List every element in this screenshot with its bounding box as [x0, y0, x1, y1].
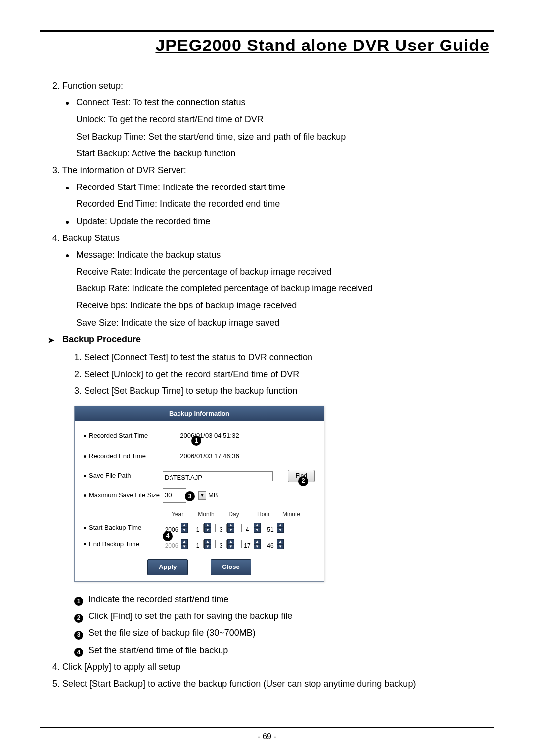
list-text: Set Backup Time: Set the start/end time,… [76, 128, 346, 145]
page-number: - 69 - [0, 732, 534, 741]
month-stepper[interactable]: 1▲▼ [192, 539, 211, 549]
bullet-icon: ● [65, 213, 76, 230]
field-recorded-end: Recorded End Time 2006/01/03 17:46:36 [84, 449, 315, 464]
bullet-icon: ● [65, 94, 76, 162]
legend-item: 4 Set the start/end time of file backup [40, 642, 494, 659]
callout-2-icon: 2 [298, 476, 308, 486]
legend-text: Indicate the recorded start/end time [89, 594, 228, 604]
list-item: 4. Backup Status [40, 230, 494, 246]
list-item: ● Update: Update the recorded time [40, 213, 494, 230]
col-head-minute: Minute [277, 509, 305, 520]
legend-item: 3 Set the file size of backup file (30~7… [40, 624, 494, 641]
page-title: JPEG2000 Stand alone DVR User Guide [40, 36, 494, 57]
field-label: Recorded End Time [89, 450, 146, 463]
col-head-month: Month [192, 509, 220, 520]
col-head-hour: Hour [250, 509, 277, 520]
footer-rule [40, 727, 494, 728]
field-label: End Backup Time [89, 538, 139, 551]
field-start-backup: Start Backup Time 2006▲▼ 1▲▼ 3▲▼ 4▲▼ 51▲… [84, 522, 315, 534]
list-item: 4. Click [Apply] to apply all setup [40, 659, 494, 675]
dialog-title: Backup Information [75, 406, 324, 422]
field-label: Maximum Save File Size [89, 489, 160, 502]
arrow-icon: ➤ [47, 331, 62, 349]
legend-text: Set the start/end time of file backup [89, 645, 228, 655]
dialog-footer: Apply Close [84, 559, 315, 575]
month-stepper[interactable]: 1▲▼ [192, 523, 211, 533]
list-text: Receive Rate: Indicate the percentage of… [76, 263, 372, 280]
field-label: Recorded Start Time [89, 430, 148, 442]
list-item: ● Recorded Start Time: Indicate the reco… [40, 179, 494, 212]
list-text: Recorded Start Time: Indicate the record… [76, 179, 285, 195]
field-save-path: Save File Path D:\TEST.AJP Find 2 [84, 470, 315, 483]
list-text: Start Backup: Active the backup function [76, 145, 346, 162]
callout-1-icon: 1 [191, 436, 201, 446]
body-content: 2. Function setup: ● Connect Test: To te… [40, 77, 494, 692]
col-head-day: Day [220, 509, 248, 520]
heading-text: Backup Procedure [62, 331, 141, 349]
legend-item: 2 Click [Find] to set the path for savin… [40, 608, 494, 624]
bullet-icon: ● [65, 179, 76, 212]
field-label: Save File Path [89, 470, 131, 482]
legend-text: Click [Find] to set the path for saving … [89, 611, 292, 621]
list-text: Unlock: To get the record start/End time… [76, 111, 346, 128]
list-text: Recorded End Time: Indicate the recorded… [76, 195, 285, 212]
chevron-down-icon[interactable]: ▼ [198, 491, 206, 500]
field-label: Start Backup Time [89, 522, 141, 534]
list-item: 2. Function setup: [40, 77, 494, 94]
list-text: Receive bps: Indicate the bps of backup … [76, 297, 372, 314]
legend-text: Set the file size of backup file (30~700… [89, 628, 256, 638]
close-button[interactable]: Close [211, 559, 251, 575]
list-item: 1. Select [Connect Test] to test the sta… [40, 349, 494, 366]
recorded-end-value: 2006/01/03 17:46:36 [163, 449, 257, 464]
hour-stepper[interactable]: 4▲▼ [241, 523, 261, 533]
document-page: JPEG2000 Stand alone DVR User Guide 2. F… [0, 0, 534, 756]
list-text: Connect Test: To test the connection sta… [76, 94, 346, 111]
minute-stepper[interactable]: 46▲▼ [265, 539, 284, 549]
section-heading: ➤ Backup Procedure [40, 331, 494, 349]
backup-information-dialog: Backup Information Recorded Start Time 2… [74, 406, 324, 582]
bullet-icon: ● [65, 246, 76, 331]
field-end-backup: End Backup Time 2006▲▼ 1▲▼ 3▲▼ 17▲▼ 46▲▼… [84, 538, 315, 551]
hour-stepper[interactable]: 17▲▼ [241, 539, 261, 549]
field-max-size: Maximum Save File Size 30 ▼ MB 3 [84, 488, 315, 503]
max-size-input[interactable]: 30 [163, 488, 186, 503]
callout-4-icon: 4 [163, 531, 173, 541]
list-text: Message: Indicate the backup status [76, 246, 372, 263]
enclosed-number-icon: 1 [74, 597, 83, 606]
save-path-input[interactable]: D:\TEST.AJP [163, 471, 273, 481]
unit-label: MB [208, 489, 218, 502]
day-stepper[interactable]: 3▲▼ [215, 539, 234, 549]
list-text: Update: Update the recorded time [76, 213, 210, 230]
minute-stepper[interactable]: 51▲▼ [265, 523, 284, 533]
legend-item: 1 Indicate the recorded start/end time [40, 591, 494, 608]
col-head-year: Year [163, 509, 192, 520]
field-recorded-start: Recorded Start Time 2006/01/03 04:51:32 … [84, 429, 315, 443]
list-item: ● Connect Test: To test the connection s… [40, 94, 494, 162]
list-item: 3. Select [Set Backup Time] to setup the… [40, 382, 494, 399]
header-rule: JPEG2000 Stand alone DVR User Guide [40, 30, 494, 59]
list-text: Backup Rate: Indicate the completed perc… [76, 280, 372, 297]
enclosed-number-icon: 2 [74, 614, 83, 623]
list-item: ● Message: Indicate the backup status Re… [40, 246, 494, 331]
time-headers: Year Month Day Hour Minute [163, 509, 315, 520]
list-item: 3. The information of DVR Server: [40, 162, 494, 179]
day-stepper[interactable]: 3▲▼ [215, 523, 234, 533]
enclosed-number-icon: 4 [74, 648, 83, 657]
dialog-body: Recorded Start Time 2006/01/03 04:51:32 … [75, 421, 324, 581]
apply-button[interactable]: Apply [147, 559, 188, 575]
list-item: 2. Select [Unlock] to get the record sta… [40, 366, 494, 382]
list-text: Save Size: Indicate the size of backup i… [76, 314, 372, 331]
list-item: 5. Select [Start Backup] to active the b… [40, 675, 494, 692]
recorded-start-value: 2006/01/03 04:51:32 [163, 429, 257, 443]
enclosed-number-icon: 3 [74, 631, 83, 640]
